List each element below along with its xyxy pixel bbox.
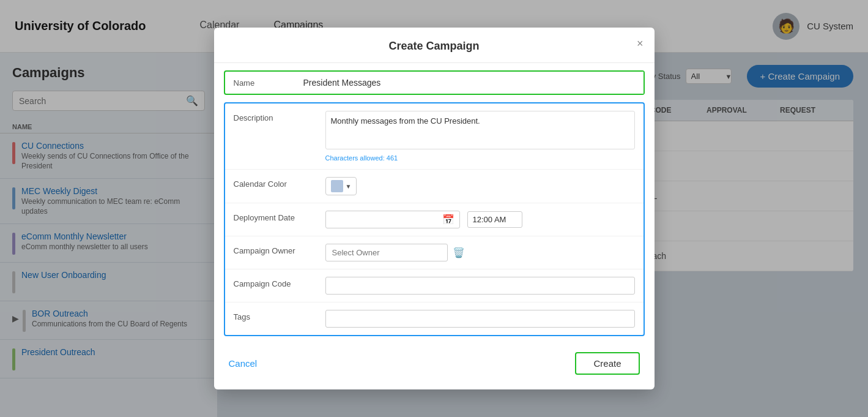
calendar-color-label: Calendar Color — [234, 177, 325, 189]
tags-value — [325, 310, 635, 328]
trash-icon[interactable]: 🗑️ — [453, 247, 465, 258]
name-label: Name — [225, 72, 299, 94]
date-input[interactable] — [331, 215, 442, 224]
blue-section: Description Characters allowed: 461 Cale… — [224, 102, 645, 336]
description-label: Description — [234, 111, 325, 122]
date-input-wrap[interactable]: 📅 — [325, 211, 460, 228]
description-textarea[interactable] — [325, 111, 635, 149]
campaign-owner-value: 🗑️ — [325, 244, 635, 261]
tags-input[interactable] — [325, 310, 635, 328]
campaign-owner-field-row: Campaign Owner 🗑️ — [225, 236, 644, 269]
tags-field-row: Tags — [225, 302, 644, 335]
create-button[interactable]: Create — [575, 352, 639, 375]
calendar-color-value: ▼ — [325, 177, 635, 195]
description-value: Characters allowed: 461 — [325, 111, 635, 162]
campaign-code-field-row: Campaign Code — [225, 269, 644, 302]
owner-input[interactable] — [325, 244, 448, 261]
modal-overlay: Create Campaign × Name Description Chara… — [0, 0, 868, 417]
owner-row: 🗑️ — [325, 244, 635, 261]
deployment-row: 📅 12:00 AM 1:00 AM 6:00 AM 12:00 PM — [325, 211, 635, 228]
time-select[interactable]: 12:00 AM 1:00 AM 6:00 AM 12:00 PM — [467, 211, 522, 228]
name-field-section: Name — [224, 70, 645, 95]
tags-label: Tags — [234, 310, 325, 321]
color-picker-button[interactable]: ▼ — [325, 177, 357, 195]
description-field-row: Description Characters allowed: 461 — [225, 103, 644, 170]
modal-title: Create Campaign — [388, 40, 479, 53]
modal-footer: Cancel Create — [214, 344, 655, 377]
modal-close-button[interactable]: × — [637, 37, 644, 50]
campaign-owner-label: Campaign Owner — [234, 244, 325, 255]
char-count: Characters allowed: 461 — [325, 154, 635, 162]
name-input[interactable] — [299, 72, 644, 94]
campaign-code-value — [325, 277, 635, 295]
modal-header: Create Campaign × — [214, 28, 655, 63]
calendar-icon[interactable]: 📅 — [442, 214, 454, 225]
deployment-date-label: Deployment Date — [234, 211, 325, 222]
calendar-color-field-row: Calendar Color ▼ — [225, 170, 644, 203]
modal-body: Name Description Characters allowed: 461… — [214, 70, 655, 336]
create-campaign-modal: Create Campaign × Name Description Chara… — [214, 28, 655, 389]
campaign-code-label: Campaign Code — [234, 277, 325, 288]
deployment-date-value: 📅 12:00 AM 1:00 AM 6:00 AM 12:00 PM — [325, 211, 635, 228]
cancel-button[interactable]: Cancel — [229, 353, 258, 374]
deployment-date-field-row: Deployment Date 📅 12:00 AM 1:00 AM 6:00 … — [225, 203, 644, 236]
chevron-down-icon: ▼ — [346, 183, 352, 190]
color-swatch — [331, 180, 343, 192]
campaign-code-input[interactable] — [325, 277, 635, 295]
